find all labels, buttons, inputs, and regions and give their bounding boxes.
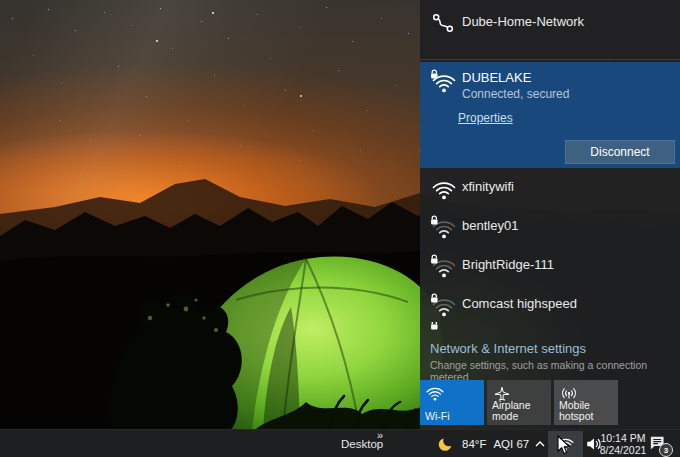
wifi-network-flyout: Dube-Home-Network DUBELAKE Connected, se… xyxy=(420,0,680,429)
network-name: xfinitywifi xyxy=(462,179,514,194)
screen: Dube-Home-Network DUBELAKE Connected, se… xyxy=(0,0,680,457)
properties-link[interactable]: Properties xyxy=(458,111,513,125)
tile-label: Wi-Fi xyxy=(425,411,483,422)
clock-date: 8/24/2021 xyxy=(600,444,647,456)
wifi-tray-button[interactable] xyxy=(548,431,583,457)
wifi-secured-weak-icon xyxy=(430,214,456,240)
wifi-tile[interactable]: Wi-Fi xyxy=(420,380,484,425)
wifi-tray-icon xyxy=(557,436,574,453)
connected-network-panel[interactable]: DUBELAKE Connected, secured Properties D… xyxy=(420,62,680,168)
network-item-bentley01[interactable]: bentley01 xyxy=(420,207,680,246)
weather-aqi: AQI 67 xyxy=(493,438,529,450)
airplane-mode-tile[interactable]: Airplane mode xyxy=(487,380,551,425)
show-hidden-icons-chevron[interactable] xyxy=(533,437,547,451)
crescent-moon-icon xyxy=(437,435,455,453)
network-item-xfinitywifi[interactable]: xfinitywifi xyxy=(420,168,680,207)
notification-badge: 3 xyxy=(659,443,673,457)
network-name: bentley01 xyxy=(462,218,518,233)
wifi-icon xyxy=(426,385,444,403)
connection-status: Connected, secured xyxy=(462,87,569,101)
wifi-secured-icon xyxy=(430,68,456,94)
network-item-dube-home-network[interactable]: Dube-Home-Network xyxy=(420,0,680,60)
network-item-comcast-highspeed[interactable]: Comcast highspeed xyxy=(420,285,680,324)
tile-label: Mobile hotspot xyxy=(559,400,617,422)
taskbar: Desktop » 84°F AQI 67 xyxy=(0,429,680,457)
weather-temp: 84°F xyxy=(462,438,486,450)
network-name: BrightRidge-111 xyxy=(462,257,554,272)
network-item-brightridge-111[interactable]: BrightRidge-111 xyxy=(420,246,680,285)
clock[interactable]: 10:14 PM 8/24/2021 xyxy=(598,430,648,457)
quick-action-tiles: Wi-Fi Airplane mode xyxy=(420,380,680,425)
tile-label: Airplane mode xyxy=(492,400,550,422)
network-item-partial[interactable] xyxy=(430,322,456,333)
wifi-signal-icon xyxy=(430,175,456,201)
wifi-secured-weak-icon xyxy=(430,253,456,279)
toolbar-overflow-chevron[interactable]: » xyxy=(377,429,383,441)
clock-time: 10:14 PM xyxy=(601,432,646,444)
weather-widget[interactable]: 84°F AQI 67 xyxy=(437,430,529,457)
connected-network-name: DUBELAKE xyxy=(462,70,531,85)
disconnect-button[interactable]: Disconnect xyxy=(565,140,675,164)
wifi-secured-weak-icon xyxy=(430,292,456,318)
dialup-network-icon xyxy=(430,11,456,35)
network-internet-settings-link[interactable]: Network & Internet settings xyxy=(430,341,672,356)
mobile-hotspot-tile[interactable]: Mobile hotspot xyxy=(554,380,618,425)
settings-section: Network & Internet settings Change setti… xyxy=(430,341,672,383)
lock-icon xyxy=(430,322,456,333)
network-name: Dube-Home-Network xyxy=(462,14,584,29)
network-name: Comcast highspeed xyxy=(462,296,577,311)
